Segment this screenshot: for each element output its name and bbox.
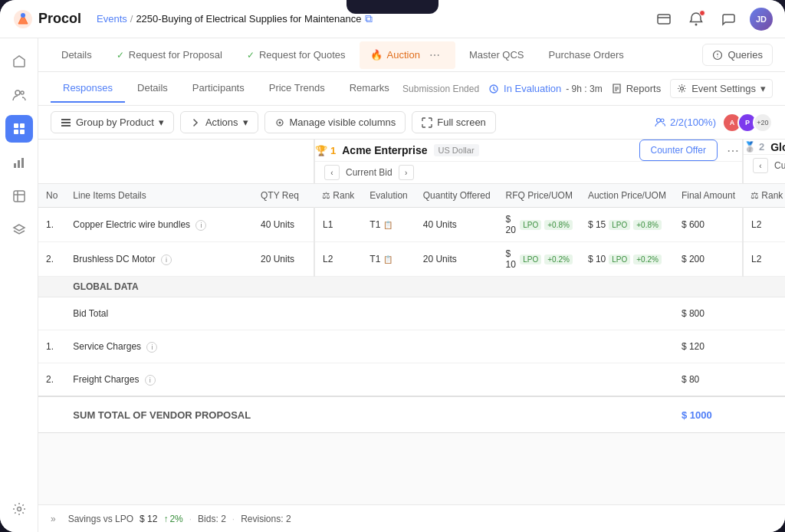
copy-link-icon[interactable]: ⧉	[365, 12, 373, 25]
bottom-bar: » Savings vs LPO $ 12 ↑ 2% · Bids: 2 ·	[38, 504, 785, 532]
tab-rfq[interactable]: ✓ Request for Quotes	[236, 44, 356, 65]
event-settings-chevron: ▾	[760, 83, 766, 94]
row1-v1-rfq-pct: +0.8%	[544, 220, 573, 230]
row2-info-icon[interactable]: i	[161, 255, 172, 265]
vendor2-nav-prev[interactable]: ‹	[753, 158, 768, 173]
sidebar-icon-users[interactable]	[5, 81, 33, 109]
sidebar-icon-box[interactable]	[5, 182, 33, 210]
subtab-participants[interactable]: Participants	[180, 74, 257, 103]
group-by-chevron: ▾	[159, 117, 164, 128]
row2-no: 2.	[38, 242, 65, 277]
subtab-details[interactable]: Details	[125, 74, 180, 103]
row1-v1-rfq-lpo: LPO	[520, 220, 541, 230]
tab-master-qcs[interactable]: Master QCS	[458, 44, 535, 65]
svg-rect-12	[18, 160, 20, 168]
queries-button[interactable]: Queries	[702, 44, 773, 66]
inbox-icon[interactable]	[653, 8, 675, 30]
svg-point-23	[657, 118, 661, 122]
vendor1-more-icon[interactable]: ⋯	[724, 143, 742, 158]
manage-columns-button[interactable]: Manage visible columns	[264, 111, 406, 133]
savings-pct: ↑ 2%	[163, 514, 182, 524]
subtab-details-label: Details	[137, 82, 168, 94]
svg-rect-19	[61, 122, 71, 123]
group-by-button[interactable]: Group by Product ▾	[51, 111, 174, 133]
actions-button[interactable]: Actions ▾	[180, 111, 258, 133]
savings-amount: $ 12	[140, 514, 157, 524]
breadcrumb-current-page: 2250-Buying of Electrical Supplies for M…	[136, 13, 361, 25]
sidebar-icon-active[interactable]	[5, 115, 33, 143]
tab-purchase-orders[interactable]: Purchase Orders	[538, 44, 635, 65]
row2-v1-qty: 20 Units	[415, 242, 498, 277]
svg-point-4	[695, 23, 698, 25]
expand-icon[interactable]: »	[51, 514, 56, 524]
vendor1-nav-next[interactable]: ›	[399, 165, 414, 180]
col-qty-offered-v1: Quantity Offered	[415, 184, 498, 208]
reports-button[interactable]: Reports	[612, 83, 662, 94]
chat-icon[interactable]	[718, 8, 739, 30]
tab-details[interactable]: Details	[51, 44, 103, 65]
event-settings-button[interactable]: Event Settings ▾	[670, 79, 773, 98]
notification-icon[interactable]	[685, 8, 707, 30]
user-avatar[interactable]: JD	[750, 8, 773, 31]
service-no: 1.	[38, 330, 65, 363]
data-table-wrapper: 🏆 1 Acme Enterprise US Dollar Counter Of…	[38, 140, 785, 504]
subtab-participants-label: Participants	[192, 82, 245, 94]
tab-auction-label: Auction	[387, 49, 420, 61]
row1-v1-auction-lpo: LPO	[609, 220, 630, 230]
row1-v1-rank: L1	[314, 208, 362, 242]
vendor1-rank-badge: 🏆 1	[315, 145, 336, 156]
subtab-remarks[interactable]: Remarks	[337, 74, 402, 103]
tab-rfp-check: ✓	[117, 50, 124, 61]
svg-point-2	[21, 13, 25, 18]
sidebar-icon-layers[interactable]	[5, 216, 33, 244]
row2-v1-rfq: $ 10 LPO +0.2%	[498, 242, 580, 277]
freight-info-icon[interactable]: i	[145, 375, 156, 386]
vendor1-trophy: 🏆	[315, 145, 327, 156]
subtab-responses-label: Responses	[63, 82, 113, 94]
sidebar-icon-home[interactable]	[5, 48, 33, 75]
tab-rfq-check: ✓	[247, 50, 255, 61]
subtab-price-trends[interactable]: Price Trends	[257, 74, 337, 103]
service-v1: $ 120	[674, 330, 743, 363]
svg-rect-11	[14, 163, 16, 168]
tab-auction-more-icon[interactable]: ⋯	[425, 46, 445, 64]
tab-rfp[interactable]: ✓ Request for Proposal	[106, 44, 233, 65]
svg-rect-14	[14, 191, 25, 202]
column-header-row: No Line Items Details QTY Req ⚖ Rank Eva…	[38, 184, 785, 208]
sidebar-icon-settings[interactable]	[5, 495, 33, 523]
vendor2-rank-badge: 🥈 2	[744, 141, 764, 153]
col-rank-v1: ⚖ Rank	[314, 184, 362, 208]
revisions-info: Revisions: 2	[241, 514, 291, 524]
avatar-stack: A P +20	[722, 113, 773, 133]
status-area: Submission Ended In Evaluation - 9h : 3m…	[402, 79, 773, 98]
row1-info-icon[interactable]: i	[195, 220, 206, 231]
service-charges-row: 1. Service Charges i $ 120 $ 100	[38, 330, 785, 363]
vendor-spacer	[38, 140, 314, 184]
service-info-icon[interactable]: i	[146, 342, 157, 353]
vendor1-currency: US Dollar	[434, 144, 479, 156]
col-no: No	[38, 184, 65, 208]
svg-point-17	[681, 87, 684, 90]
col-auction-price-v1: Auction Price/UOM	[580, 184, 674, 208]
breadcrumb-events-link[interactable]: Events	[97, 13, 127, 25]
breadcrumb: Events / 2250-Buying of Electrical Suppl…	[97, 12, 644, 25]
row2-v1-final: $ 200	[674, 242, 743, 277]
left-sidebar	[0, 38, 38, 532]
counter-offer-button[interactable]: Counter Offer	[639, 140, 718, 161]
fullscreen-button[interactable]: Full screen	[412, 111, 496, 133]
participants-info: 2/2(100%)	[655, 117, 716, 128]
row1-v1-auction: $ 15 LPO +0.8%	[580, 208, 674, 242]
vendor1-nav-prev[interactable]: ‹	[324, 165, 340, 180]
freight-label: Freight Charges i	[65, 363, 314, 397]
service-label: Service Charges i	[65, 330, 314, 363]
subtab-responses[interactable]: Responses	[51, 74, 125, 103]
tab-auction[interactable]: 🔥 Auction ⋯	[360, 41, 455, 69]
sidebar-icon-chart[interactable]	[5, 149, 33, 176]
col-qty-req: QTY Req	[253, 184, 314, 208]
row2-qty: 20 Units	[253, 242, 314, 277]
rank-icon-v2: ⚖	[751, 190, 759, 201]
bid-total-row: Bid Total $ 800 $ 1300	[38, 297, 785, 330]
row1-qty: 40 Units	[253, 208, 314, 242]
row2-v1-rank: L2	[314, 242, 362, 277]
subtab-price-trends-label: Price Trends	[269, 82, 325, 94]
